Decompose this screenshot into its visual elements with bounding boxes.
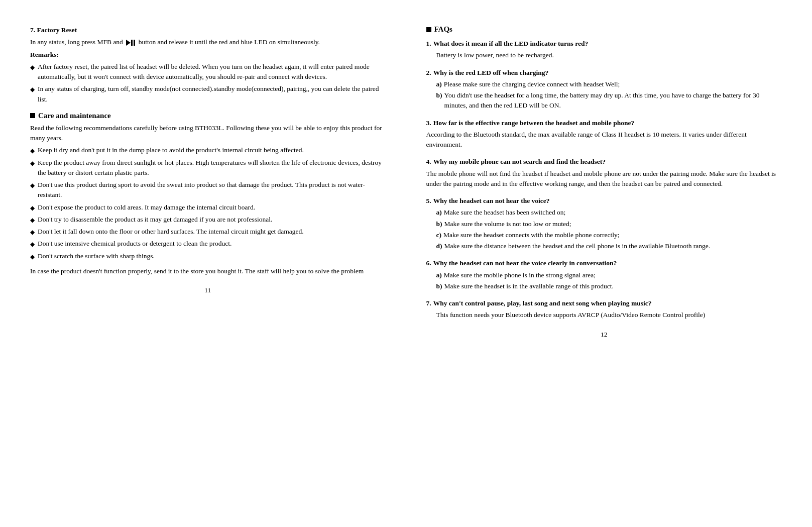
faq-2-sub-a-label: a) (436, 79, 442, 89)
faq-4-a: The mobile phone will not find the heads… (426, 169, 782, 189)
faq-5-d: d) Make sure the distance between the he… (436, 241, 782, 251)
faq-5-q: 5.Why the headset can not hear the voice… (426, 196, 782, 206)
factory-reset-intro: In any status, long press MFB and button… (30, 37, 386, 47)
faq-5-sub-d-label: d) (436, 241, 442, 251)
care-title: Care and maintenance (30, 112, 386, 120)
pause-icon (131, 40, 135, 46)
faq-7-q: 7.Why can't control pause, play, last so… (426, 298, 782, 308)
faq-2: 2.Why is the red LED off when charging? … (426, 68, 782, 111)
faq-1-a: Battery is low power, need to be recharg… (436, 50, 782, 60)
faq-2-b: b) You didn't use the headset for a long… (436, 90, 782, 111)
page-left: 7. Factory Reset In any status, long pre… (0, 15, 406, 512)
play-icon (126, 40, 131, 46)
diamond-icon-care-0: ◆ (30, 146, 35, 155)
faq-7: 7.Why can't control pause, play, last so… (426, 298, 782, 321)
factory-reset-bullet2: ◆ In any status of charging, turn off, s… (30, 84, 386, 104)
factory-reset-bullet1: ◆ After factory reset, the paired list o… (30, 62, 386, 82)
faq-3: 3.How far is the effective range between… (426, 118, 782, 150)
square-bullet-faq-icon (426, 27, 431, 32)
faq-2-a: a) Please make sure the charging device … (436, 79, 782, 89)
faq-5-c: c) Make sure the headset connects with t… (436, 230, 782, 240)
play-pause-icon (126, 40, 135, 46)
care-bullet-6: ◆ Don't use intensive chemical products … (30, 239, 386, 249)
remarks-label: Remarks: (30, 50, 386, 60)
care-bullets-list: ◆ Keep it dry and don't put it in the du… (30, 145, 386, 261)
faq-1: 1.What does it mean if all the LED indic… (426, 39, 782, 61)
care-bullet-7: ◆ Don't scratch the surface with sharp t… (30, 251, 386, 261)
diamond-icon-care-6: ◆ (30, 240, 35, 249)
faq-2-q: 2.Why is the red LED off when charging? (426, 68, 782, 78)
care-intro: Read the following recommendations caref… (30, 123, 386, 144)
diamond-icon-care-2: ◆ (30, 181, 35, 190)
square-bullet-icon (30, 113, 35, 118)
page-right: FAQs 1.What does it mean if all the LED … (406, 15, 813, 512)
faq-5-sub-b-text: Make sure the volume is not too low or m… (444, 219, 782, 229)
faq-2-sub-a-text: Please make sure the charging device con… (444, 79, 782, 89)
faq-6-sub-b-text: Make sure the headset is in the availabl… (444, 281, 782, 291)
faq-2-sub-b-text: You didn't use the headset for a long ti… (444, 90, 782, 111)
diamond-icon-care-4: ◆ (30, 216, 35, 225)
faq-6-q: 6.Why the headset can not hear the voice… (426, 258, 782, 268)
faq-3-q: 3.How far is the effective range between… (426, 118, 782, 128)
faq-1-q: 1.What does it mean if all the LED indic… (426, 39, 782, 49)
faq-3-a: According to the Bluetooth standard, the… (426, 130, 782, 150)
page-number-left: 11 (30, 286, 386, 294)
diamond-icon-care-7: ◆ (30, 252, 35, 261)
factory-reset-section: 7. Factory Reset In any status, long pre… (30, 25, 386, 104)
care-bullet-0: ◆ Keep it dry and don't put it in the du… (30, 145, 386, 155)
faq-5-sub-c-text: Make sure the headset connects with the … (443, 230, 782, 240)
care-bullet-4: ◆ Don't try to disassemble the product a… (30, 215, 386, 225)
faq-2-sub-b-label: b) (436, 90, 442, 100)
factory-reset-title: 7. Factory Reset (30, 25, 386, 35)
care-bullet-2: ◆ Don't use this product during sport to… (30, 180, 386, 200)
care-bullet-3: ◆ Don't expose the product to cold areas… (30, 202, 386, 213)
diamond-icon-care-1: ◆ (30, 159, 35, 168)
faq-6-a: a) Make sure the mobile phone is in the … (436, 270, 782, 280)
faq-5-sub-d-text: Make sure the distance between the heads… (444, 241, 782, 251)
care-bullet-5: ◆ Don't let it fall down onto the floor … (30, 227, 386, 237)
faq-5-sub-a-label: a) (436, 207, 442, 218)
page-container: 7. Factory Reset In any status, long pre… (0, 0, 812, 527)
diamond-icon-1: ◆ (30, 63, 35, 72)
faq-5-sub-b-label: b) (436, 219, 442, 229)
faq-5: 5.Why the headset can not hear the voice… (426, 196, 782, 251)
faq-6-sub-a-text: Make sure the mobile phone is in the str… (444, 270, 782, 280)
faq-6-sub-b-label: b) (436, 281, 442, 291)
faq-7-a: This function needs your Bluetooth devic… (436, 310, 782, 320)
care-section: Care and maintenance Read the following … (30, 112, 386, 276)
faq-5-b: b) Make sure the volume is not too low o… (436, 219, 782, 229)
diamond-icon-2: ◆ (30, 85, 35, 94)
faq-5-sub-c-label: c) (436, 230, 442, 240)
faqs-title: FAQs (426, 25, 782, 34)
faq-6-b: b) Make sure the headset is in the avail… (436, 281, 782, 291)
care-bullet-1: ◆ Keep the product away from direct sunl… (30, 158, 386, 178)
diamond-icon-care-3: ◆ (30, 203, 35, 213)
page-number-right: 12 (426, 331, 782, 339)
faq-5-sub-a-text: Make sure the headset has been switched … (444, 207, 782, 218)
diamond-icon-care-5: ◆ (30, 228, 35, 237)
faq-4: 4.Why my mobile phone can not search and… (426, 157, 782, 189)
faq-6: 6.Why the headset can not hear the voice… (426, 258, 782, 291)
faq-4-q: 4.Why my mobile phone can not search and… (426, 157, 782, 167)
faq-6-sub-a-label: a) (436, 270, 442, 280)
faq-5-a: a) Make sure the headset has been switch… (436, 207, 782, 218)
care-footer: In case the product doesn't function pro… (30, 266, 386, 276)
